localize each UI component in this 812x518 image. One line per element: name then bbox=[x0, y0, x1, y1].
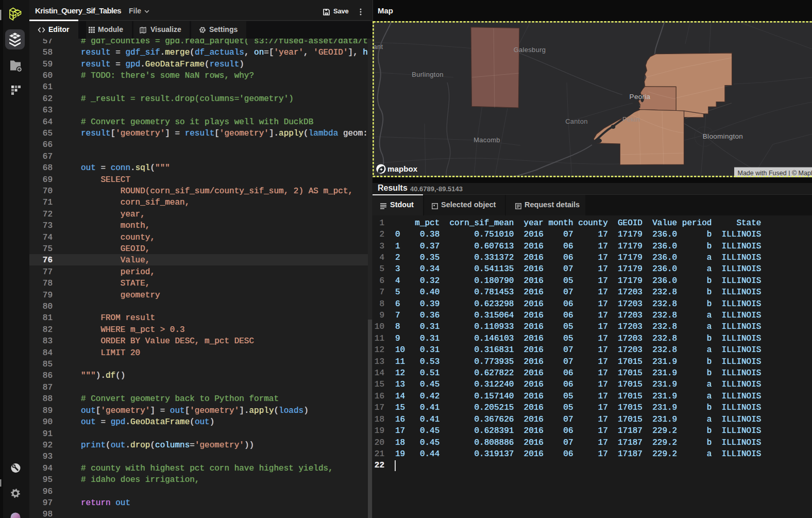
svg-text:Canton: Canton bbox=[565, 118, 588, 125]
svg-text:Galesburg: Galesburg bbox=[514, 46, 546, 54]
svg-text:ant: ant bbox=[374, 43, 383, 51]
svg-text:Made with Fused | © Mapb: Made with Fused | © Mapb bbox=[738, 170, 812, 177]
svg-text:Peoria: Peoria bbox=[630, 93, 651, 101]
svg-text:Bloomington: Bloomington bbox=[703, 132, 743, 140]
svg-text:Macomb: Macomb bbox=[473, 136, 500, 144]
svg-text:Pekin: Pekin bbox=[622, 115, 640, 123]
svg-text:mapbox: mapbox bbox=[387, 164, 418, 173]
svg-text:Burlington: Burlington bbox=[412, 71, 444, 78]
